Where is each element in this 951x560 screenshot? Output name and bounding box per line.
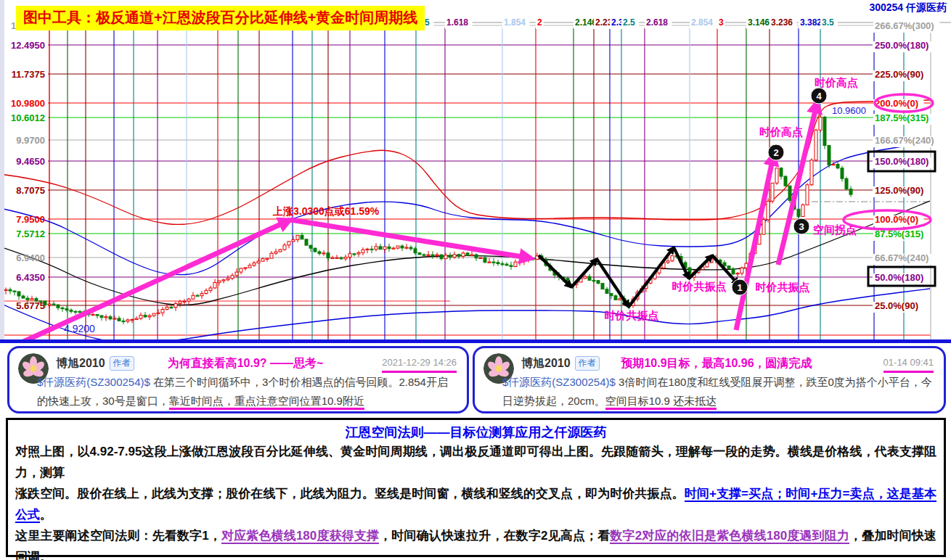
- svg-text:166.67%(240): 166.67%(240): [875, 135, 934, 146]
- comment-body: $仟源医药(SZ300254)$ 3倍时间在180度和红线受阻展开调整，跌至0度…: [502, 373, 934, 411]
- svg-text:250.0%(180): 250.0%(180): [875, 40, 928, 51]
- svg-text:11.7375: 11.7375: [12, 69, 45, 80]
- svg-text:3.5: 3.5: [822, 17, 834, 28]
- svg-text:时价共振点: 时价共振点: [672, 280, 727, 293]
- gann-rule-article: 江恩空间法则——目标位测算应用之仟源医药 对照上图，以4.92-7.95这段上涨…: [6, 418, 946, 557]
- gann-chart-canvas[interactable]: 1.2361.3821.51.6181.85422.1462.2362.3822…: [0, 0, 951, 342]
- svg-text:10.9600: 10.9600: [832, 105, 866, 116]
- svg-text:2: 2: [773, 147, 778, 158]
- svg-text:9.9700: 9.9700: [16, 135, 45, 146]
- highlighted-text: 靠近时间点，重点注意空间位置10.9附近: [169, 395, 364, 410]
- svg-text:4: 4: [816, 91, 822, 102]
- svg-text:2: 2: [537, 17, 542, 28]
- svg-text:7.5712: 7.5712: [16, 228, 45, 239]
- stock-ticker-link[interactable]: $仟源医药(SZ300254)$: [37, 376, 153, 388]
- svg-text:225.0%(90): 225.0%(90): [875, 69, 923, 80]
- comment-username[interactable]: 博旭2010: [521, 357, 571, 369]
- chart-panel: 1.2361.3821.51.6181.85422.1462.2362.3822…: [0, 0, 951, 342]
- svg-text:50.0%(180): 50.0%(180): [875, 272, 923, 283]
- svg-text:时价高点: 时价高点: [815, 76, 858, 89]
- svg-text:150.0%(180): 150.0%(180): [875, 156, 928, 167]
- stock-ticker-link[interactable]: $仟源医药(SZ300254)$: [502, 376, 619, 388]
- svg-text:4.9200: 4.9200: [64, 323, 95, 334]
- comment-card: 博旭2010作者 预期10.9目标，最高10.96，圆满完成 01-14 09:…: [473, 346, 946, 413]
- comment-date: 01-14 09:41: [883, 357, 934, 373]
- svg-text:3.382: 3.382: [800, 17, 822, 28]
- svg-text:125.0%(90): 125.0%(90): [875, 185, 923, 196]
- svg-text:266.67%(300): 266.67%(300): [875, 20, 934, 31]
- svg-text:6.9400: 6.9400: [16, 252, 45, 263]
- svg-text:3.236: 3.236: [771, 17, 793, 28]
- svg-text:5.6775: 5.6775: [16, 300, 45, 311]
- article-body: 对照上图，以4.92-7.95这段上涨做江恩波段百分比延伸线、黄金时间周期线，调…: [15, 441, 936, 560]
- svg-text:时价共振点: 时价共振点: [605, 309, 659, 322]
- comment-username[interactable]: 博旭2010: [56, 357, 105, 369]
- svg-text:时价高点: 时价高点: [759, 125, 803, 139]
- svg-text:2.854: 2.854: [691, 17, 713, 28]
- svg-text:3: 3: [799, 221, 804, 232]
- author-badge: 作者: [110, 356, 134, 371]
- svg-text:10.6012: 10.6012: [11, 112, 45, 123]
- page-left-strip: [0, 0, 4, 342]
- article-line: 涨跌空间。股价在线上，此线为支撑；股价在线下，此线为阻力。竖线是时间窗，横线和竖…: [15, 483, 936, 525]
- article-line: 对照上图，以4.92-7.95这段上涨做江恩波段百分比延伸线、黄金时间周期线，调…: [15, 441, 936, 483]
- comment-title: 为何直接看高10.9? ——思考~: [140, 356, 351, 371]
- svg-text:2.5: 2.5: [623, 17, 635, 28]
- svg-text:12.4950: 12.4950: [11, 40, 45, 51]
- chart-tools-label: 图中工具：极反通道+江恩波段百分比延伸线+黄金时间周期线: [16, 6, 425, 30]
- svg-text:100.0%(0): 100.0%(0): [875, 214, 918, 225]
- svg-text:10.9800: 10.9800: [11, 98, 45, 109]
- svg-text:7.9500: 7.9500: [16, 214, 45, 225]
- chart-comments-divider: [0, 339, 951, 343]
- svg-text:1: 1: [737, 282, 742, 293]
- svg-text:25.0%(90): 25.0%(90): [875, 300, 918, 311]
- svg-text:187.5%(315): 187.5%(315): [875, 112, 928, 123]
- stock-analysis-page: 1.2361.3821.51.6181.85422.1462.2362.3822…: [0, 0, 951, 560]
- comment-username-row: 博旭2010作者: [521, 356, 600, 371]
- svg-text:1.618: 1.618: [446, 17, 468, 28]
- comment-username-row: 博旭2010作者: [56, 356, 134, 371]
- svg-text:1.854: 1.854: [504, 17, 526, 28]
- svg-text:66.67%(240): 66.67%(240): [875, 252, 928, 263]
- comment-title: 预期10.9目标，最高10.96，圆满完成: [605, 356, 828, 371]
- comment-card: 博旭2010作者 为何直接看高10.9? ——思考~ 2021-12-29 14…: [7, 346, 469, 413]
- svg-text:上涨3.0300点或61.59%: 上涨3.0300点或61.59%: [272, 205, 380, 217]
- svg-text:8.7075: 8.7075: [16, 185, 45, 196]
- article-title: 江恩空间法则——目标位测算应用之仟源医药: [15, 424, 936, 441]
- highlighted-text: 空间目标10.9 还未抵达: [605, 395, 717, 410]
- article-line: 这里主要阐述空间法则：先看数字1，对应紫色横线180度获得支撑，时间确认快速拉升…: [15, 525, 936, 560]
- stock-code-name: 300254 仟源医药: [869, 1, 947, 15]
- svg-text:时价共振点: 时价共振点: [756, 281, 810, 294]
- svg-text:2.146: 2.146: [575, 17, 597, 28]
- svg-text:9.4650: 9.4650: [16, 156, 45, 167]
- comment-body: $仟源医药(SZ300254)$ 在第三个时间循环中，3个时价相遇点的信号回顾。…: [37, 373, 457, 411]
- svg-text:3.146: 3.146: [748, 17, 770, 28]
- svg-text:6.4350: 6.4350: [16, 272, 45, 283]
- comment-date: 2021-12-29 14:26: [382, 357, 457, 373]
- author-badge: 作者: [575, 356, 600, 371]
- svg-text:3: 3: [719, 17, 724, 28]
- svg-text:2.618: 2.618: [646, 17, 668, 28]
